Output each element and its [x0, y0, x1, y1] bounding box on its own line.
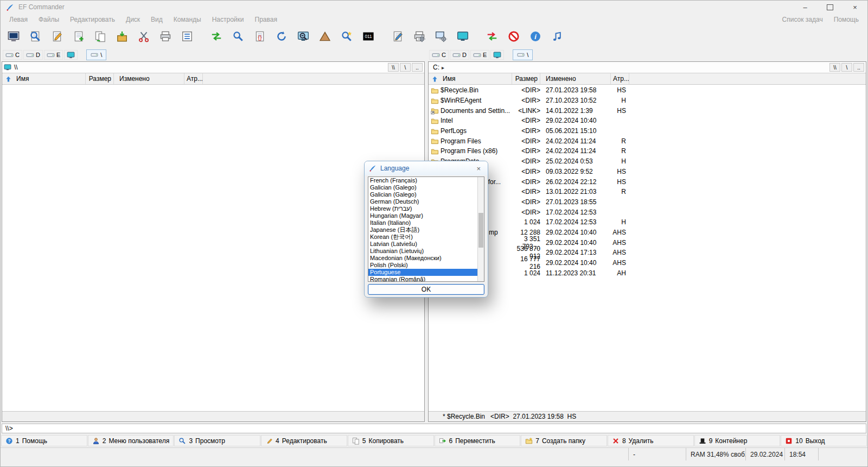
path-tab-left[interactable]: \	[86, 49, 106, 60]
sort-up-icon-right[interactable]	[429, 73, 441, 84]
abort-button[interactable]	[503, 27, 525, 46]
listbox-scrollbar[interactable]	[477, 177, 484, 281]
minimize-button[interactable]: –	[793, 1, 818, 14]
view-list-button[interactable]	[176, 27, 198, 46]
path-tab-right[interactable]: \	[513, 49, 533, 60]
maximize-button[interactable]	[818, 1, 843, 14]
pack-file-button[interactable]	[111, 27, 133, 46]
file-row[interactable]: PerfLogs<DIR>05.06.2021 15:10	[429, 126, 866, 136]
drive-c-button-left[interactable]: C	[3, 50, 22, 60]
fkey-2-button[interactable]: 2Меню пользователя	[88, 435, 174, 446]
language-option[interactable]: Hungarian (Magyar)	[368, 212, 477, 219]
language-option[interactable]: Hebrew (עברית)	[368, 205, 477, 212]
column-header-2-right[interactable]: Изменено	[540, 73, 611, 84]
sync-dirs-button[interactable]	[481, 27, 503, 46]
swap-panels-button[interactable]	[206, 27, 227, 46]
language-option[interactable]: Macedonian (Македонски)	[368, 255, 477, 262]
fkey-5-button[interactable]: 5Копировать	[348, 435, 434, 446]
fkey-1-button[interactable]: ?1Помощь	[1, 435, 87, 446]
refresh-panel-button[interactable]	[271, 27, 292, 46]
language-option[interactable]: Polish (Polski)	[368, 262, 477, 269]
path-button-up-right[interactable]: ..	[853, 63, 864, 72]
file-row[interactable]: <DIR>09.03.2022 9:52HS	[429, 167, 866, 177]
compare-files-button[interactable]: {}	[249, 27, 271, 46]
menu-item-right-0[interactable]: Список задач	[777, 15, 828, 24]
language-option[interactable]: Lithuanian (Lietuvių)	[368, 248, 477, 255]
fkey-10-button[interactable]: 10Выход	[781, 435, 867, 446]
language-option[interactable]: Italian (Italiano)	[368, 219, 477, 226]
file-row[interactable]: 3 351 793 ...29.02.2024 10:40AHS	[429, 237, 866, 248]
sort-up-icon-left[interactable]	[2, 73, 14, 84]
file-row[interactable]: 1 02411.12.2023 20:31AH	[429, 268, 866, 278]
path-button-root-right[interactable]: \\	[829, 63, 840, 72]
language-option[interactable]: French (Français)	[368, 177, 477, 184]
drive-e-button-left[interactable]: E	[44, 50, 63, 60]
quick-search-button[interactable]	[227, 27, 249, 46]
tree-view-button[interactable]	[314, 27, 336, 46]
file-row[interactable]: ProgramData<DIR>25.02.2024 0:53H	[429, 156, 866, 167]
column-header-1-right[interactable]: Размер	[512, 73, 540, 84]
path-text-left[interactable]: \\	[14, 64, 18, 71]
search-file-button[interactable]	[24, 27, 46, 46]
file-row[interactable]: Program Files (x86)<DIR>24.02.2024 11:24…	[429, 146, 866, 156]
print-setup-button[interactable]	[409, 27, 430, 46]
new-file-button[interactable]	[68, 27, 90, 46]
file-row[interactable]: mp12 28829.02.2024 10:40AHS	[429, 228, 866, 238]
menu-item-left-5[interactable]: Команды	[168, 15, 207, 24]
fkey-4-button[interactable]: 4Редактировать	[261, 435, 347, 446]
command-line[interactable]: \\>	[2, 424, 866, 433]
path-button-root-left[interactable]: \\	[388, 63, 399, 72]
file-row[interactable]: <DIR>13.01.2022 21:03R	[429, 187, 866, 197]
file-row[interactable]: <DIR>17.02.2024 12:53	[429, 207, 866, 217]
fkey-8-button[interactable]: 8Удалить	[608, 435, 694, 446]
file-list-right[interactable]: $Recycle.Bin<DIR>27.01.2023 19:58HS$WinR…	[429, 85, 866, 411]
path-text-right[interactable]: C:	[433, 64, 439, 71]
language-option[interactable]: Portuguese	[368, 269, 477, 276]
menu-item-left-3[interactable]: Диск	[120, 15, 145, 24]
column-header-3-right[interactable]: Атр...	[611, 73, 629, 84]
file-row[interactable]: $WinREAgent<DIR>27.10.2023 10:52H	[429, 96, 866, 106]
column-header-2-left[interactable]: Изменено	[114, 73, 184, 84]
file-row[interactable]: Intel<DIR>29.02.2024 10:40	[429, 116, 866, 126]
language-listbox[interactable]: French (Français)Galician (Galego)Galici…	[368, 176, 484, 282]
terminal-button[interactable]	[3, 27, 24, 46]
menu-item-left-1[interactable]: Файлы	[33, 15, 65, 24]
file-row[interactable]: 1 02417.02.2024 12:53H	[429, 217, 866, 228]
menu-item-right-1[interactable]: Помощь	[828, 15, 864, 24]
language-option[interactable]: Galician (Galego)	[368, 191, 477, 198]
column-header-0-left[interactable]: Имя	[14, 73, 86, 84]
drive-d-button-right[interactable]: D	[450, 50, 469, 60]
menu-item-left-7[interactable]: Правая	[250, 15, 283, 24]
fkey-7-button[interactable]: 7Создать папку	[521, 435, 607, 446]
system-settings-button[interactable]	[430, 27, 452, 46]
menu-item-left-0[interactable]: Левая	[4, 15, 33, 24]
path-button-backslash-right[interactable]: \	[841, 63, 852, 72]
close-button[interactable]: ×	[843, 1, 867, 14]
cut-file-button[interactable]	[133, 27, 155, 46]
copy-file-button[interactable]	[90, 27, 111, 46]
path-button-up-left[interactable]: ..	[412, 63, 423, 72]
info-button[interactable]: i	[525, 27, 546, 46]
menu-item-left-2[interactable]: Редактировать	[65, 15, 120, 24]
fkey-9-button[interactable]: 9Контейнер	[694, 435, 781, 446]
language-option[interactable]: Japanese (日本語)	[368, 226, 477, 234]
file-row[interactable]: <DIR>27.01.2023 18:55	[429, 197, 866, 207]
file-row[interactable]: $Recycle.Bin<DIR>27.01.2023 19:58HS	[429, 85, 866, 96]
binary-view-button[interactable]: 011	[358, 27, 379, 46]
dialog-close-button[interactable]: ×	[474, 164, 483, 173]
file-list-left[interactable]	[2, 85, 424, 411]
fkey-6-button[interactable]: 6Переместить	[435, 435, 521, 446]
network-drive-button-right[interactable]	[490, 50, 504, 60]
print-file-button[interactable]	[155, 27, 176, 46]
column-header-3-left[interactable]: Атр...	[184, 73, 203, 84]
column-header-0-right[interactable]: Имя	[441, 73, 512, 84]
drive-d-button-left[interactable]: D	[23, 50, 43, 60]
file-row[interactable]: 16 777 21629.02.2024 10:40AHS	[429, 258, 866, 268]
drive-e-button-right[interactable]: E	[470, 50, 489, 60]
edit-settings-button[interactable]	[387, 27, 409, 46]
menu-item-left-6[interactable]: Настройки	[207, 15, 250, 24]
ok-button[interactable]: OK	[368, 284, 484, 295]
edit-file-button[interactable]	[46, 27, 68, 46]
advanced-search-button[interactable]	[336, 27, 358, 46]
language-option[interactable]: Korean (한국어)	[368, 234, 477, 241]
